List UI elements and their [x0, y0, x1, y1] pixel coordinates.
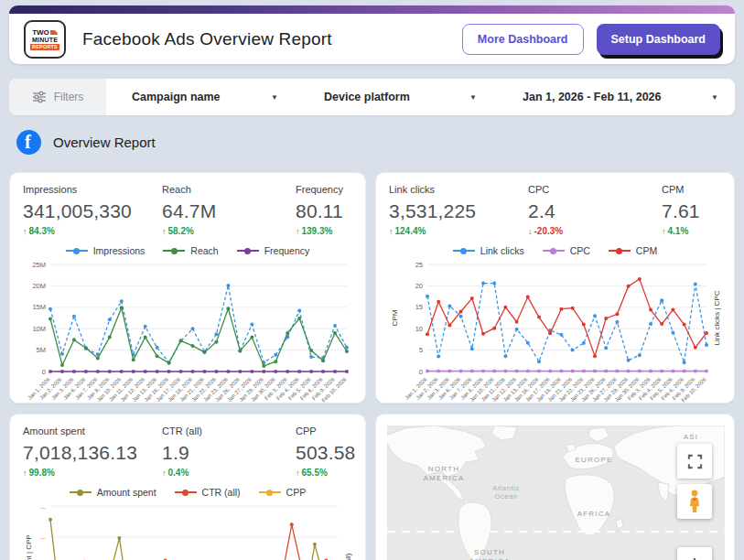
trend-down-icon — [528, 226, 533, 236]
map-pegman-button[interactable] — [677, 484, 712, 519]
filter-bar: Filters Campaign name ▼ Device platform … — [9, 79, 735, 115]
more-dashboard-button[interactable]: More Dashboard — [462, 24, 584, 55]
metric-cpm: CPM 7.61 4.1% — [662, 184, 721, 236]
metric-impressions: Impressions 341,005,330 84.3% — [23, 184, 162, 236]
setup-dashboard-button[interactable]: Setup Dashboard — [597, 24, 721, 55]
metric-amount-spent: Amount spent 7,018,136.13 99.8% — [23, 425, 162, 478]
spend-ctr-cpp-chart: ............Jan 1, 2026Jan 2, 2026Jan 3,… — [23, 501, 352, 560]
card-linkclicks-cpc-cpm: Link clicks 3,531,225 124.4% CPC 2.4 -20… — [375, 172, 735, 404]
facebook-icon: f — [16, 130, 41, 155]
chart-legend: Impressions Reach Frequency — [23, 245, 352, 256]
world-map[interactable]: NORTH AMERICA EUROPE AFRICA SOUTH AMERIC… — [387, 425, 725, 560]
metric-cpp: CPP 503.58 65.5% — [296, 425, 355, 478]
delta-badge: 0.4% — [162, 468, 296, 478]
line-marker-icon — [66, 248, 88, 254]
plus-icon — [686, 556, 703, 560]
map-label-south-america: SOUTH — [474, 548, 505, 556]
svg-text:...: ... — [40, 533, 46, 541]
delta-badge: 124.4% — [389, 226, 528, 236]
svg-text:AMERICA: AMERICA — [424, 474, 465, 482]
svg-text:15: 15 — [415, 303, 423, 311]
chevron-down-icon: ▼ — [271, 93, 278, 102]
metric-frequency: Frequency 80.11 139.3% — [296, 184, 352, 236]
svg-text:5: 5 — [419, 346, 423, 354]
trend-up-icon — [296, 468, 300, 478]
map-label-north-america: NORTH — [428, 465, 459, 473]
metric-ctr: CTR (all) 1.9 0.4% — [162, 425, 296, 478]
metric-reach: Reach 64.7M 58.2% — [162, 184, 296, 236]
line-marker-icon — [609, 248, 631, 254]
trend-up-icon — [296, 226, 300, 236]
svg-text:Ocean: Ocean — [494, 492, 517, 501]
line-marker-icon — [259, 490, 281, 496]
delta-badge: 4.1% — [662, 226, 721, 236]
section-header: f Overview Report — [16, 130, 156, 155]
campaign-name-dropdown[interactable]: Campaign name ▼ — [119, 79, 291, 115]
linkclicks-cpc-cpm-chart: 0510152025Jan 1, 2026Jan 2, 2026Jan 3, 2… — [389, 260, 721, 404]
delta-badge: -20.3% — [528, 226, 662, 236]
delta-badge: 99.8% — [23, 468, 162, 478]
filters-label: Filters — [54, 91, 84, 103]
device-platform-dropdown[interactable]: Device platform ▼ — [311, 79, 490, 115]
two-minute-reports-logo: TWO MINUTE REPORTS — [24, 20, 66, 59]
header-gradient-bar — [9, 5, 735, 14]
dashboard: TWO MINUTE REPORTS Facebook Ads Overview… — [0, 0, 744, 560]
legend-item-cpm[interactable]: CPM — [609, 245, 657, 256]
svg-text:Amount spent | CPP: Amount spent | CPP — [25, 534, 33, 560]
svg-text:10: 10 — [415, 325, 423, 333]
legend-item-cpp[interactable]: CPP — [259, 487, 307, 498]
svg-text:25: 25 — [415, 261, 423, 269]
page-title: Facebook Ads Overview Report — [82, 29, 332, 49]
svg-text:15M: 15M — [32, 303, 46, 311]
legend-item-cpc[interactable]: CPC — [543, 245, 590, 256]
delta-badge: 84.3% — [23, 226, 162, 236]
line-marker-icon — [237, 248, 259, 254]
card-impressions-reach-frequency: Impressions 341,005,330 84.3% Reach 64.7… — [9, 172, 366, 404]
legend-item-reach[interactable]: Reach — [163, 245, 218, 256]
map-label-atlantic-ocean: Atlantic — [492, 484, 519, 492]
world-map-canvas: NORTH AMERICA EUROPE AFRICA SOUTH AMERIC… — [387, 425, 725, 560]
header: TWO MINUTE REPORTS Facebook Ads Overview… — [9, 5, 735, 64]
trend-up-icon — [389, 226, 394, 236]
svg-text:0: 0 — [42, 368, 46, 376]
map-label-asia: ASI — [684, 433, 699, 441]
chart-legend: Amount spent CTR (all) CPP — [23, 487, 352, 498]
date-range-dropdown[interactable]: Jan 1, 2026 - Feb 11, 2026 ▼ — [510, 79, 735, 115]
filters-toggle[interactable]: Filters — [9, 79, 106, 115]
legend-item-frequency[interactable]: Frequency — [237, 245, 310, 256]
svg-text:CPM: CPM — [391, 309, 399, 326]
trend-up-icon — [162, 226, 167, 236]
logo-wedge-icon — [50, 30, 58, 35]
impressions-reach-frequency-chart: 05M10M15M20M25MJan 1, 2026Jan 2, 2026Jan… — [23, 260, 352, 404]
line-marker-icon — [175, 490, 197, 496]
chart-legend: Link clicks CPC CPM — [389, 245, 721, 256]
section-title: Overview Report — [53, 135, 156, 150]
delta-badge: 139.3% — [296, 226, 352, 236]
svg-text:25M: 25M — [32, 261, 46, 269]
svg-text:...: ... — [40, 502, 46, 511]
svg-text:20: 20 — [415, 282, 423, 290]
legend-item-ctr[interactable]: CTR (all) — [175, 487, 241, 498]
svg-text:10M: 10M — [32, 325, 46, 333]
trend-up-icon — [23, 468, 27, 478]
delta-badge: 58.2% — [162, 226, 296, 236]
map-zoom-in-button[interactable] — [677, 547, 712, 560]
chevron-down-icon: ▼ — [711, 93, 718, 102]
fullscreen-icon — [687, 454, 703, 469]
svg-text:5M: 5M — [37, 346, 46, 354]
card-geo-map: NORTH AMERICA EUROPE AFRICA SOUTH AMERIC… — [375, 414, 735, 560]
map-fullscreen-button[interactable] — [677, 444, 712, 479]
line-marker-icon — [163, 248, 185, 254]
metric-link-clicks: Link clicks 3,531,225 124.4% — [389, 184, 528, 236]
line-marker-icon — [70, 490, 92, 496]
legend-item-impressions[interactable]: Impressions — [66, 245, 146, 256]
legend-item-link-clicks[interactable]: Link clicks — [453, 245, 524, 256]
line-marker-icon — [453, 248, 475, 254]
map-label-africa: AFRICA — [577, 510, 611, 518]
trend-up-icon — [662, 226, 666, 236]
legend-item-amount-spent[interactable]: Amount spent — [70, 487, 156, 498]
svg-text:20M: 20M — [32, 282, 46, 290]
chevron-down-icon: ▼ — [469, 93, 477, 102]
delta-badge: 65.5% — [296, 468, 355, 478]
filters-sliders-icon — [32, 90, 47, 104]
